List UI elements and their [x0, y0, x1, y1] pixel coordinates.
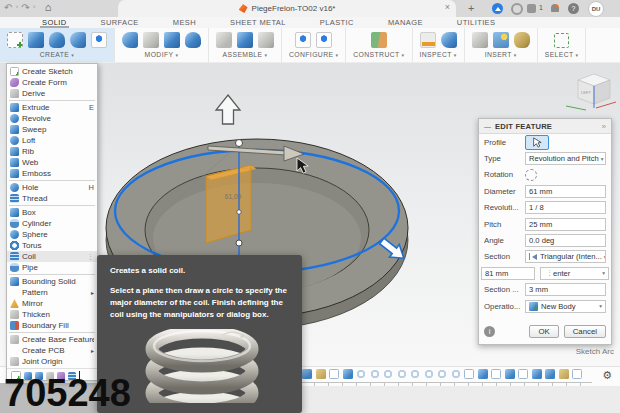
pitch-input[interactable]: 25 mm	[525, 218, 606, 231]
tab-manage[interactable]: MANAGE	[386, 17, 425, 29]
pin-handle-icon[interactable]: ⋮	[87, 253, 94, 261]
operation-dropdown[interactable]: New Body▾	[525, 300, 606, 313]
viewcube[interactable]: LEFT	[566, 74, 616, 110]
info-icon[interactable]: i	[484, 326, 495, 337]
menu-item-rib[interactable]: Rib	[7, 146, 97, 157]
timeline-sketch-icon[interactable]	[572, 369, 582, 379]
diameter-input[interactable]: 61 mm	[525, 185, 606, 198]
menu-item-torus[interactable]: Torus	[7, 240, 97, 251]
timeline-pattern-icon[interactable]	[370, 369, 380, 379]
new-component-icon[interactable]	[216, 32, 232, 48]
menu-item-create-pcb[interactable]: Create PCB▸	[7, 345, 97, 356]
configure-dropdown[interactable]: CONFIGURE▾	[289, 51, 338, 58]
axis-handle-mid[interactable]	[237, 210, 241, 214]
menu-item-pipe[interactable]: Pipe	[7, 262, 97, 273]
menu-item-create-sketch[interactable]: Create Sketch	[7, 66, 97, 77]
menu-item-sphere[interactable]: Sphere	[7, 229, 97, 240]
insert-derive-icon[interactable]	[472, 32, 488, 48]
combine-icon[interactable]	[185, 32, 201, 48]
undo-icon[interactable]: ↶	[4, 2, 12, 13]
extrude-icon[interactable]	[28, 32, 44, 48]
menu-item-hole[interactable]: HoleH	[7, 182, 97, 193]
timeline-feature-icon[interactable]	[478, 369, 488, 379]
menu-item-bounding-solid[interactable]: Bounding Solid	[7, 276, 97, 287]
menu-item-derive[interactable]: Derive	[7, 88, 97, 99]
document-tab[interactable]: PiegeFrelon-TO02 v16* ×	[118, 0, 456, 17]
sync-status-icon[interactable]	[511, 3, 523, 15]
help-icon[interactable]: ?	[568, 3, 579, 14]
ok-button[interactable]: OK	[529, 325, 558, 338]
revolutions-input[interactable]: 1 / 8	[525, 201, 606, 214]
revolve-icon[interactable]	[49, 32, 65, 48]
timeline-ruler[interactable]	[300, 382, 592, 386]
assemble-dropdown[interactable]: ASSEMBLE▾	[223, 51, 268, 58]
create-dropdown[interactable]: CREATE▾	[40, 51, 74, 58]
timeline-pattern-icon[interactable]	[437, 369, 447, 379]
timeline-sketch-icon[interactable]	[491, 369, 501, 379]
redo-caret-icon[interactable]: ˅	[33, 4, 36, 10]
configuration-table-icon[interactable]	[316, 32, 332, 48]
job-status-icon[interactable]	[492, 3, 503, 14]
construct-dropdown[interactable]: CONSTRUCT▾	[353, 51, 404, 58]
section-dropdown[interactable]: Triangular (Inten...▾	[525, 250, 606, 263]
menu-item-loft[interactable]: Loft	[7, 135, 97, 146]
timeline-feature-icon[interactable]	[316, 369, 326, 379]
create-sketch-icon[interactable]	[7, 32, 23, 48]
pattern-icon[interactable]	[91, 32, 107, 48]
select-icon[interactable]	[554, 33, 569, 48]
height-arrow-manipulator[interactable]	[216, 95, 240, 124]
inspect-dropdown[interactable]: INSPECT▾	[420, 51, 457, 58]
menu-item-sweep[interactable]: Sweep	[7, 124, 97, 135]
new-tab-button[interactable]: +	[468, 2, 474, 14]
section-size-input[interactable]: 3 mm	[525, 283, 606, 296]
tab-sheet-metal[interactable]: SHEET METAL	[228, 17, 288, 29]
fillet-icon[interactable]	[143, 32, 159, 48]
timeline-feature-icon[interactable]	[545, 369, 555, 379]
dialog-overflow-icon[interactable]: »	[602, 122, 606, 131]
avatar[interactable]: DU	[588, 1, 604, 17]
canvas-icon[interactable]	[493, 32, 509, 48]
menu-item-create-base-feature[interactable]: Create Base Feature	[7, 334, 97, 345]
timeline-feature-icon[interactable]	[302, 369, 312, 379]
menu-item-web[interactable]: Web	[7, 157, 97, 168]
modify-dropdown[interactable]: MODIFY▾	[145, 51, 179, 58]
menu-item-revolve[interactable]: Revolve	[7, 113, 97, 124]
menu-item-pattern[interactable]: Pattern▸	[7, 287, 97, 298]
construct-plane-icon[interactable]	[371, 32, 387, 48]
notifications-bell-icon[interactable]	[551, 4, 559, 12]
timeline-sketch-icon[interactable]	[464, 369, 474, 379]
profile-select-button[interactable]	[525, 135, 549, 150]
menu-item-joint-origin[interactable]: Joint Origin	[7, 356, 97, 367]
menu-item-thicken[interactable]: Thicken	[7, 309, 97, 320]
timeline-sketch-icon[interactable]	[518, 369, 528, 379]
cancel-button[interactable]: Cancel	[564, 325, 606, 338]
tab-utilities[interactable]: UTILITIES	[455, 17, 498, 29]
menu-item-box[interactable]: Box	[7, 207, 97, 218]
axis-handle-low[interactable]	[236, 240, 242, 246]
undo-caret-icon[interactable]: ˅	[15, 4, 18, 10]
select-dropdown[interactable]: SELECT▾	[545, 51, 579, 58]
menu-item-cylinder[interactable]: Cylinder	[7, 218, 97, 229]
insert-dropdown[interactable]: INSERT▾	[485, 51, 517, 58]
home-icon[interactable]: ⌂	[45, 1, 52, 13]
timeline-settings-gear-icon[interactable]: ⚙	[602, 369, 612, 382]
configuration-icon[interactable]	[295, 32, 311, 48]
timeline-pattern-icon[interactable]	[424, 369, 434, 379]
shell-icon[interactable]	[164, 32, 180, 48]
tab-plastic[interactable]: PLASTIC	[318, 17, 356, 29]
timeline-sketch-icon[interactable]	[329, 369, 339, 379]
tab-solid[interactable]: SOLID	[40, 17, 69, 29]
menu-item-extrude[interactable]: ExtrudeE	[7, 102, 97, 113]
timeline-pattern-icon[interactable]	[397, 369, 407, 379]
redo-icon[interactable]: ↷	[21, 2, 29, 13]
menu-item-boundary-fill[interactable]: Boundary Fill	[7, 320, 97, 331]
section-analysis-icon[interactable]	[441, 32, 457, 48]
inline-dimension-input[interactable]: 81 mm	[481, 267, 535, 280]
coil-section-plane[interactable]	[206, 165, 251, 243]
pivot-handle[interactable]	[236, 140, 243, 147]
joint-icon[interactable]	[237, 32, 253, 48]
timeline-feature-icon[interactable]	[343, 369, 353, 379]
timeline-feature-icon[interactable]	[559, 369, 569, 379]
menu-item-emboss[interactable]: Emboss	[7, 168, 97, 179]
tab-mesh[interactable]: MESH	[171, 17, 198, 29]
